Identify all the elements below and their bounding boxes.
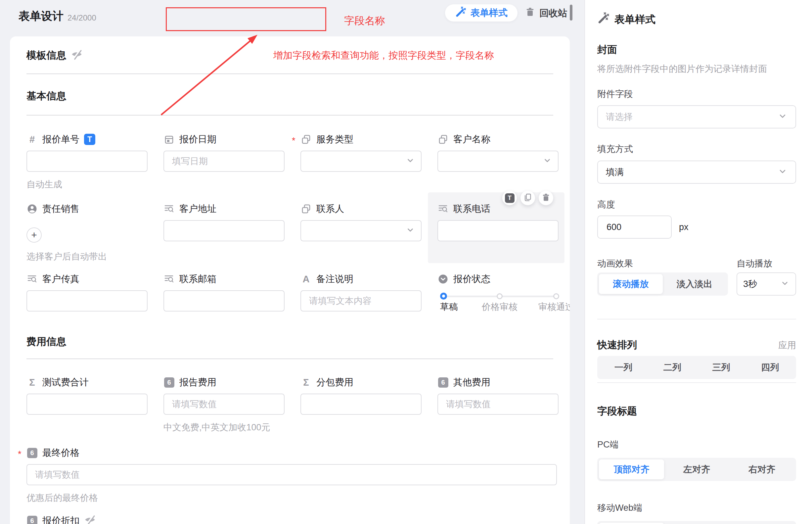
subcontract-fee-input[interactable]	[301, 394, 422, 415]
fill-mode-label: 填充方式	[597, 143, 633, 155]
eye-off-icon[interactable]	[71, 48, 83, 63]
field-contact-person[interactable]: 联系人	[301, 203, 422, 241]
slider-stop-active[interactable]	[440, 293, 447, 299]
recycle-bin-button[interactable]: 回收站	[525, 6, 567, 20]
field-service-type[interactable]: * 服务类型	[301, 133, 422, 172]
field-quote-status[interactable]: 报价状态 草稿 价格审核 审核通过	[437, 273, 559, 311]
field-label: 分包费用	[316, 376, 353, 389]
columns-option-3[interactable]: 三列	[697, 358, 746, 377]
status-option: 审核通过	[538, 301, 570, 313]
select-circle-icon	[437, 274, 449, 284]
field-label: 报价折扣	[43, 514, 80, 524]
section-basic-label: 基本信息	[27, 89, 66, 103]
field-customer-name[interactable]: 客户名称	[437, 133, 559, 172]
quote-date-input[interactable]	[164, 151, 285, 172]
section-cost-info: 费用信息	[27, 335, 66, 348]
magic-wand-icon	[455, 6, 466, 20]
required-asterisk: *	[292, 136, 295, 146]
canvas-scrollbar-thumb[interactable]	[570, 5, 572, 20]
divider	[597, 319, 796, 320]
duplicate-field-button[interactable]	[521, 191, 535, 205]
field-label: 最终价格	[43, 446, 80, 459]
remark-input[interactable]	[301, 290, 422, 311]
field-label: 报价状态	[453, 273, 490, 285]
customer-address-input[interactable]	[164, 220, 285, 241]
add-member-button[interactable]: +	[27, 227, 42, 243]
animation-option-scroll[interactable]: 滚动播放	[599, 274, 663, 294]
field-quote-discount[interactable]: 6 报价折扣	[27, 515, 148, 524]
animation-option-fade[interactable]: 淡入淡出	[663, 274, 727, 294]
field-helper: 中文免费,中英文加收100元	[164, 421, 285, 433]
field-report-fee[interactable]: 6 报告费用 中文免费,中英文加收100元	[164, 376, 285, 433]
contact-email-input[interactable]	[164, 290, 285, 311]
field-contact-email[interactable]: 联系邮箱	[164, 273, 285, 311]
field-final-price[interactable]: * 6 最终价格 优惠后的最终价格	[27, 447, 557, 504]
field-label: 其他费用	[453, 376, 490, 389]
relation-icon	[301, 134, 312, 145]
field-customer-address[interactable]: 客户地址	[164, 203, 285, 241]
pc-align-right[interactable]: 右对齐	[729, 459, 794, 479]
mobile-align-right[interactable]: 右对齐	[729, 523, 794, 524]
slider-stop[interactable]	[497, 293, 503, 299]
divider	[27, 115, 553, 116]
style-panel: 表单样式 封面 将所选附件字段中的图片作为记录详情封面 附件字段 请选择 填充方…	[585, 0, 812, 524]
contact-person-select[interactable]	[301, 220, 422, 241]
field-other-fee[interactable]: 6 其他费用	[437, 376, 559, 415]
text-style-button[interactable]: T	[502, 191, 517, 205]
person-icon	[27, 203, 38, 214]
height-input[interactable]	[597, 215, 672, 239]
contact-phone-input[interactable]	[437, 220, 559, 241]
pc-align-left[interactable]: 左对齐	[664, 459, 729, 479]
form-style-button-label: 表单样式	[471, 6, 508, 19]
height-unit: px	[679, 222, 689, 232]
field-subcontract-fee[interactable]: Σ 分包费用	[301, 376, 422, 415]
height-row: px	[597, 215, 689, 239]
style-panel-title: 表单样式	[597, 12, 656, 27]
fill-mode-select[interactable]: 填满	[597, 161, 796, 184]
field-remark[interactable]: A 备注说明	[301, 273, 422, 311]
pc-align-top[interactable]: 顶部对齐	[599, 459, 664, 479]
cover-heading: 封面	[597, 43, 617, 56]
columns-option-2[interactable]: 二列	[648, 358, 697, 377]
mobile-align-left[interactable]: 左对齐	[664, 523, 729, 524]
divider	[597, 382, 796, 383]
final-price-input[interactable]	[27, 464, 557, 485]
status-slider[interactable]: 草稿 价格审核 审核通过	[440, 290, 559, 311]
delete-field-button[interactable]	[539, 191, 553, 205]
report-fee-input[interactable]	[164, 394, 285, 415]
trash-icon	[541, 193, 551, 203]
field-quote-date[interactable]: 报价日期	[164, 133, 285, 172]
field-contact-phone[interactable]: 联系电话	[437, 203, 559, 241]
autoplay-select[interactable]: 3秒	[737, 273, 796, 296]
customer-fax-input[interactable]	[27, 290, 148, 311]
trash-icon	[525, 7, 535, 20]
test-fee-total-input[interactable]	[27, 394, 148, 415]
columns-option-1[interactable]: 一列	[599, 358, 648, 377]
number-field-icon: 6	[27, 448, 37, 458]
field-customer-fax[interactable]: 客户传真	[27, 273, 148, 311]
other-fee-input[interactable]	[437, 394, 559, 415]
slider-stop[interactable]	[553, 293, 559, 299]
cover-description: 将所选附件字段中的图片作为记录详情封面	[597, 63, 767, 75]
eye-off-icon[interactable]	[84, 514, 96, 524]
relation-icon	[437, 134, 449, 145]
field-test-fee-total[interactable]: Σ 测试费合计	[27, 376, 148, 415]
chevron-down-icon	[780, 279, 790, 289]
field-sales-owner[interactable]: 责任销售 + 选择客户后自动带出	[27, 203, 148, 262]
mobile-align-top[interactable]: 顶部对齐	[599, 523, 664, 524]
attachment-field-select[interactable]: 请选择	[597, 105, 796, 128]
mobile-web-label: 移动Web端	[597, 502, 642, 514]
quote-number-input[interactable]	[27, 151, 148, 172]
pc-label: PC端	[597, 439, 619, 451]
field-quote-number[interactable]: # 报价单号 T 自动生成	[27, 133, 148, 190]
field-title-heading: 字段标题	[597, 405, 637, 418]
columns-option-4[interactable]: 四列	[745, 358, 794, 377]
apply-button[interactable]: 应用	[778, 339, 796, 351]
form-canvas: 模板信息 基本信息 # 报价单号 T 自动生成	[10, 36, 570, 524]
height-label: 高度	[597, 199, 615, 211]
field-label: 报价单号	[43, 133, 80, 146]
customer-name-select[interactable]	[437, 151, 559, 172]
service-type-select[interactable]	[301, 151, 422, 172]
field-helper: 自动生成	[27, 178, 148, 190]
form-style-button[interactable]: 表单样式	[445, 4, 518, 21]
